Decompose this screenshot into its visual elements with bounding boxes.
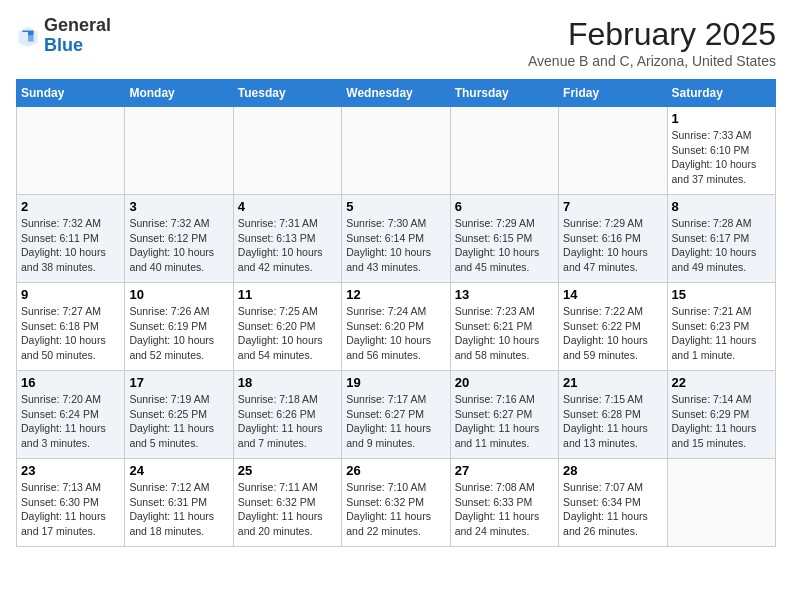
day-detail: Sunrise: 7:08 AM Sunset: 6:33 PM Dayligh… [455, 480, 554, 539]
day-detail: Sunrise: 7:21 AM Sunset: 6:23 PM Dayligh… [672, 304, 771, 363]
day-cell-12: 12Sunrise: 7:24 AM Sunset: 6:20 PM Dayli… [342, 283, 450, 371]
location: Avenue B and C, Arizona, United States [528, 53, 776, 69]
day-number: 16 [21, 375, 120, 390]
day-detail: Sunrise: 7:27 AM Sunset: 6:18 PM Dayligh… [21, 304, 120, 363]
empty-cell [450, 107, 558, 195]
day-cell-13: 13Sunrise: 7:23 AM Sunset: 6:21 PM Dayli… [450, 283, 558, 371]
day-number: 5 [346, 199, 445, 214]
col-tuesday: Tuesday [233, 80, 341, 107]
day-detail: Sunrise: 7:23 AM Sunset: 6:21 PM Dayligh… [455, 304, 554, 363]
week-row-1: 1Sunrise: 7:33 AM Sunset: 6:10 PM Daylig… [17, 107, 776, 195]
day-number: 22 [672, 375, 771, 390]
day-number: 6 [455, 199, 554, 214]
day-number: 1 [672, 111, 771, 126]
empty-cell [342, 107, 450, 195]
week-row-4: 16Sunrise: 7:20 AM Sunset: 6:24 PM Dayli… [17, 371, 776, 459]
day-number: 3 [129, 199, 228, 214]
day-detail: Sunrise: 7:28 AM Sunset: 6:17 PM Dayligh… [672, 216, 771, 275]
logo-text: General Blue [44, 16, 111, 56]
day-number: 11 [238, 287, 337, 302]
day-cell-23: 23Sunrise: 7:13 AM Sunset: 6:30 PM Dayli… [17, 459, 125, 547]
day-number: 17 [129, 375, 228, 390]
day-detail: Sunrise: 7:10 AM Sunset: 6:32 PM Dayligh… [346, 480, 445, 539]
day-cell-9: 9Sunrise: 7:27 AM Sunset: 6:18 PM Daylig… [17, 283, 125, 371]
day-number: 19 [346, 375, 445, 390]
day-cell-21: 21Sunrise: 7:15 AM Sunset: 6:28 PM Dayli… [559, 371, 667, 459]
day-detail: Sunrise: 7:29 AM Sunset: 6:16 PM Dayligh… [563, 216, 662, 275]
week-row-3: 9Sunrise: 7:27 AM Sunset: 6:18 PM Daylig… [17, 283, 776, 371]
day-detail: Sunrise: 7:07 AM Sunset: 6:34 PM Dayligh… [563, 480, 662, 539]
col-sunday: Sunday [17, 80, 125, 107]
day-number: 26 [346, 463, 445, 478]
day-cell-2: 2Sunrise: 7:32 AM Sunset: 6:11 PM Daylig… [17, 195, 125, 283]
day-detail: Sunrise: 7:24 AM Sunset: 6:20 PM Dayligh… [346, 304, 445, 363]
day-cell-11: 11Sunrise: 7:25 AM Sunset: 6:20 PM Dayli… [233, 283, 341, 371]
day-number: 23 [21, 463, 120, 478]
week-row-2: 2Sunrise: 7:32 AM Sunset: 6:11 PM Daylig… [17, 195, 776, 283]
col-thursday: Thursday [450, 80, 558, 107]
day-cell-17: 17Sunrise: 7:19 AM Sunset: 6:25 PM Dayli… [125, 371, 233, 459]
day-number: 9 [21, 287, 120, 302]
day-cell-8: 8Sunrise: 7:28 AM Sunset: 6:17 PM Daylig… [667, 195, 775, 283]
day-detail: Sunrise: 7:16 AM Sunset: 6:27 PM Dayligh… [455, 392, 554, 451]
day-cell-19: 19Sunrise: 7:17 AM Sunset: 6:27 PM Dayli… [342, 371, 450, 459]
day-cell-28: 28Sunrise: 7:07 AM Sunset: 6:34 PM Dayli… [559, 459, 667, 547]
col-friday: Friday [559, 80, 667, 107]
day-cell-20: 20Sunrise: 7:16 AM Sunset: 6:27 PM Dayli… [450, 371, 558, 459]
day-detail: Sunrise: 7:14 AM Sunset: 6:29 PM Dayligh… [672, 392, 771, 451]
day-number: 2 [21, 199, 120, 214]
day-detail: Sunrise: 7:12 AM Sunset: 6:31 PM Dayligh… [129, 480, 228, 539]
week-row-5: 23Sunrise: 7:13 AM Sunset: 6:30 PM Dayli… [17, 459, 776, 547]
day-cell-10: 10Sunrise: 7:26 AM Sunset: 6:19 PM Dayli… [125, 283, 233, 371]
day-detail: Sunrise: 7:13 AM Sunset: 6:30 PM Dayligh… [21, 480, 120, 539]
day-detail: Sunrise: 7:17 AM Sunset: 6:27 PM Dayligh… [346, 392, 445, 451]
col-wednesday: Wednesday [342, 80, 450, 107]
day-detail: Sunrise: 7:20 AM Sunset: 6:24 PM Dayligh… [21, 392, 120, 451]
day-detail: Sunrise: 7:19 AM Sunset: 6:25 PM Dayligh… [129, 392, 228, 451]
day-number: 25 [238, 463, 337, 478]
day-number: 24 [129, 463, 228, 478]
day-cell-3: 3Sunrise: 7:32 AM Sunset: 6:12 PM Daylig… [125, 195, 233, 283]
day-detail: Sunrise: 7:18 AM Sunset: 6:26 PM Dayligh… [238, 392, 337, 451]
day-cell-15: 15Sunrise: 7:21 AM Sunset: 6:23 PM Dayli… [667, 283, 775, 371]
logo-icon [16, 24, 40, 48]
page-header: General Blue February 2025 Avenue B and … [16, 16, 776, 69]
day-detail: Sunrise: 7:11 AM Sunset: 6:32 PM Dayligh… [238, 480, 337, 539]
day-cell-18: 18Sunrise: 7:18 AM Sunset: 6:26 PM Dayli… [233, 371, 341, 459]
day-number: 27 [455, 463, 554, 478]
title-section: February 2025 Avenue B and C, Arizona, U… [528, 16, 776, 69]
day-cell-25: 25Sunrise: 7:11 AM Sunset: 6:32 PM Dayli… [233, 459, 341, 547]
day-number: 21 [563, 375, 662, 390]
day-cell-7: 7Sunrise: 7:29 AM Sunset: 6:16 PM Daylig… [559, 195, 667, 283]
day-cell-16: 16Sunrise: 7:20 AM Sunset: 6:24 PM Dayli… [17, 371, 125, 459]
day-detail: Sunrise: 7:25 AM Sunset: 6:20 PM Dayligh… [238, 304, 337, 363]
day-detail: Sunrise: 7:30 AM Sunset: 6:14 PM Dayligh… [346, 216, 445, 275]
day-number: 15 [672, 287, 771, 302]
month-year: February 2025 [528, 16, 776, 53]
day-cell-22: 22Sunrise: 7:14 AM Sunset: 6:29 PM Dayli… [667, 371, 775, 459]
day-detail: Sunrise: 7:15 AM Sunset: 6:28 PM Dayligh… [563, 392, 662, 451]
day-number: 12 [346, 287, 445, 302]
day-number: 28 [563, 463, 662, 478]
empty-cell [233, 107, 341, 195]
calendar-table: Sunday Monday Tuesday Wednesday Thursday… [16, 79, 776, 547]
day-detail: Sunrise: 7:26 AM Sunset: 6:19 PM Dayligh… [129, 304, 228, 363]
col-monday: Monday [125, 80, 233, 107]
empty-cell [667, 459, 775, 547]
day-number: 18 [238, 375, 337, 390]
day-cell-5: 5Sunrise: 7:30 AM Sunset: 6:14 PM Daylig… [342, 195, 450, 283]
col-saturday: Saturday [667, 80, 775, 107]
day-detail: Sunrise: 7:31 AM Sunset: 6:13 PM Dayligh… [238, 216, 337, 275]
empty-cell [559, 107, 667, 195]
day-number: 10 [129, 287, 228, 302]
day-detail: Sunrise: 7:32 AM Sunset: 6:12 PM Dayligh… [129, 216, 228, 275]
day-number: 7 [563, 199, 662, 214]
day-cell-6: 6Sunrise: 7:29 AM Sunset: 6:15 PM Daylig… [450, 195, 558, 283]
empty-cell [125, 107, 233, 195]
calendar-header-row: Sunday Monday Tuesday Wednesday Thursday… [17, 80, 776, 107]
day-cell-4: 4Sunrise: 7:31 AM Sunset: 6:13 PM Daylig… [233, 195, 341, 283]
day-cell-26: 26Sunrise: 7:10 AM Sunset: 6:32 PM Dayli… [342, 459, 450, 547]
day-number: 20 [455, 375, 554, 390]
day-detail: Sunrise: 7:22 AM Sunset: 6:22 PM Dayligh… [563, 304, 662, 363]
day-detail: Sunrise: 7:33 AM Sunset: 6:10 PM Dayligh… [672, 128, 771, 187]
